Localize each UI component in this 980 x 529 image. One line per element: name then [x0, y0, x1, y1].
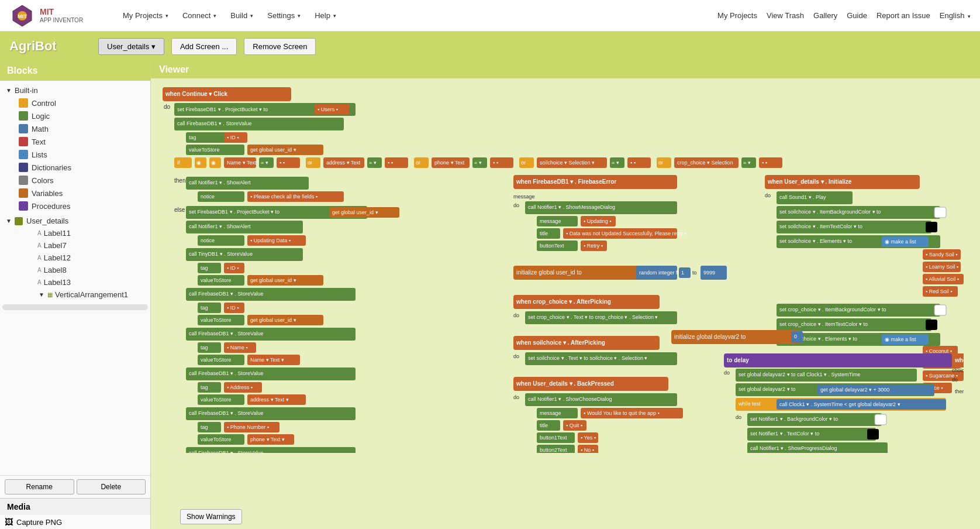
svg-text:valueToStore: valueToStore — [201, 437, 232, 442]
svg-text:▪ Retry ▪: ▪ Retry ▪ — [584, 243, 603, 249]
block-math[interactable]: Math — [14, 122, 150, 135]
nav-arrow: ▾ — [333, 13, 336, 19]
label-icon: A — [37, 267, 42, 273]
nav-help[interactable]: Help ▾ — [309, 8, 342, 23]
builtin-toggle[interactable]: ▼ Built-in — [0, 84, 150, 97]
svg-text:set  soilchoice ▾ . ItemTextCo: set soilchoice ▾ . ItemTextColor ▾ to — [779, 224, 862, 229]
nav-arrow: ▾ — [298, 13, 301, 19]
variables-icon — [19, 188, 28, 198]
expand-icon: ▼ — [5, 87, 13, 95]
block-colors[interactable]: Colors — [14, 174, 150, 187]
nav-connect[interactable]: Connect ▾ — [177, 8, 222, 23]
label13-item[interactable]: A Label13 — [14, 276, 150, 288]
arrangement-icon: ▦ — [47, 291, 53, 298]
svg-text:call  FirebaseDB1 ▾ . StoreVal: call FirebaseDB1 ▾ . StoreValue — [189, 410, 263, 416]
nav-my-projects[interactable]: My Projects ▾ — [117, 8, 174, 23]
label11-item[interactable]: A Label11 — [14, 227, 150, 239]
svg-text:when  Notifier1 ▾ . AfterChoos: when Notifier1 ▾ . AfterChoosing — [954, 357, 964, 363]
user-details-toggle[interactable]: ▼ User_details — [0, 215, 150, 227]
label7-item[interactable]: A Label7 — [14, 239, 150, 252]
svg-rect-230 — [926, 222, 937, 232]
svg-text:button2Text: button2Text — [540, 447, 567, 453]
remove-screen-button[interactable]: Remove Screen — [244, 38, 316, 55]
svg-text:set  Notifier1 ▾ . TextColor ▾: set Notifier1 ▾ . TextColor ▾ to — [750, 431, 819, 437]
block-variables[interactable]: Variables — [14, 187, 150, 200]
svg-text:1: 1 — [681, 270, 684, 276]
svg-text:do: do — [952, 377, 958, 383]
svg-text:message: message — [540, 218, 561, 224]
svg-text:▪ Updating ▪: ▪ Updating ▪ — [584, 218, 611, 224]
block-dictionaries[interactable]: Dictionaries — [14, 161, 150, 174]
capture-png-item[interactable]: 🖼 Capture PNG — [0, 515, 150, 529]
nav-arrow: ▾ — [165, 13, 168, 19]
nav-settings[interactable]: Settings ▾ — [261, 8, 306, 23]
expand-icon: ▼ — [37, 291, 46, 299]
expand-icon: ▼ — [5, 217, 13, 225]
svg-text:= ▾: = ▾ — [474, 160, 482, 166]
svg-text:phone ▾  Text: phone ▾ Text — [434, 160, 465, 166]
svg-text:call  FirebaseDB1 ▾ . StoreVal: call FirebaseDB1 ▾ . StoreValue — [189, 331, 263, 336]
svg-text:initialize global  delayvar2  : initialize global delayvar2 to — [674, 334, 746, 340]
nav-build[interactable]: Build ▾ — [225, 8, 259, 23]
svg-text:or: or — [658, 160, 663, 166]
block-text[interactable]: Text — [14, 135, 150, 148]
nav-right-gallery[interactable]: Gallery — [813, 11, 837, 20]
svg-text:▪   ▪: ▪ ▪ — [388, 160, 393, 166]
svg-text:do: do — [765, 193, 771, 198]
delete-button[interactable]: Delete — [77, 479, 146, 494]
svg-text:or: or — [521, 160, 526, 166]
user-details-section: ▼ User_details A Label11 A Label7 A — [0, 214, 150, 302]
builtin-children: Control Logic Math Text — [0, 97, 150, 212]
block-control[interactable]: Control — [14, 97, 150, 109]
scrollbar-horizontal[interactable] — [2, 304, 148, 310]
nav-right-my-projects[interactable]: My Projects — [717, 11, 757, 20]
svg-text:▪ Name ▪: ▪ Name ▪ — [227, 345, 247, 351]
viewer-header: Viewer — [151, 61, 980, 78]
svg-text:▪ Quit ▪: ▪ Quit ▪ — [566, 422, 582, 428]
svg-text:if: if — [177, 160, 180, 166]
svg-text:set  Notifier1 ▾ . BackgroundC: set Notifier1 ▾ . BackgroundColor ▾ to — [750, 416, 838, 422]
vertical-arrangement-item[interactable]: ▼ ▦ VerticalArrangement1 — [14, 288, 150, 301]
svg-text:initialize global  user_id  to: initialize global user_id to — [516, 269, 582, 276]
svg-text:tag: tag — [201, 305, 208, 311]
svg-text:call  Sound1 ▾ . Play: call Sound1 ▾ . Play — [779, 194, 826, 200]
svg-text:▪ Updating Data ▪: ▪ Updating Data ▪ — [250, 238, 291, 243]
control-icon — [19, 98, 28, 108]
svg-text:▪ Red Soil ▪: ▪ Red Soil ▪ — [926, 288, 952, 294]
block-lists[interactable]: Lists — [14, 148, 150, 161]
svg-text:call  Notifier1 ▾ . ShowAlert: call Notifier1 ▾ . ShowAlert — [189, 224, 251, 229]
text-icon — [19, 137, 28, 146]
nav-right-english[interactable]: English ▾ — [940, 11, 971, 20]
svg-text:▪ ID ▪: ▪ ID ▪ — [227, 305, 239, 311]
svg-text:valueToStore: valueToStore — [201, 277, 232, 283]
nav-right-guide[interactable]: Guide — [847, 11, 867, 20]
svg-text:set  global delayvar2 ▾  to: set global delayvar2 ▾ to — [739, 386, 796, 392]
svg-text:do: do — [513, 312, 519, 318]
block-logic[interactable]: Logic — [14, 109, 150, 122]
svg-text:when  Continue ▾  Click: when Continue ▾ Click — [165, 91, 228, 97]
nav-right-view-trash[interactable]: View Trash — [767, 11, 804, 20]
svg-text:0: 0 — [794, 334, 797, 339]
add-screen-button[interactable]: Add Screen ... — [171, 38, 237, 55]
svg-rect-284 — [867, 429, 879, 439]
show-warnings-button[interactable]: Show Warnings — [180, 509, 242, 524]
svg-text:▪ Coconut ▪: ▪ Coconut ▪ — [926, 348, 952, 354]
label12-item[interactable]: A Label12 — [14, 252, 150, 264]
show-warnings-label: Show Warnings — [187, 513, 236, 521]
svg-text:= ▾: = ▾ — [261, 160, 268, 166]
firebase-error-group: when FirebaseDB1 ▾ . FirebaseError messa… — [513, 175, 686, 251]
svg-text:tag: tag — [201, 384, 208, 390]
nav-right-report-issue[interactable]: Report an Issue — [877, 11, 930, 20]
label8-item[interactable]: A Label8 — [14, 264, 150, 276]
svg-text:when  soilchoice ▾ . AfterPick: when soilchoice ▾ . AfterPicking — [516, 339, 605, 346]
screen-selector-button[interactable]: User_details ▾ — [98, 38, 164, 55]
block-procedures[interactable]: Procedures — [14, 200, 150, 212]
svg-text:▪   ▪: ▪ ▪ — [279, 160, 285, 166]
svg-text:when  User_details ▾ . BackPre: when User_details ▾ . BackPressed — [516, 380, 614, 387]
viewer-canvas[interactable]: when Continue ▾ Click do set FirebaseDB1… — [151, 78, 980, 529]
svg-rect-281 — [875, 414, 886, 425]
svg-text:set  FirebaseDB1 ▾ . ProjectBu: set FirebaseDB1 ▾ . ProjectBucket ▾ to — [177, 107, 268, 112]
svg-text:set  FirebaseDB1 ▾ . ProjectBu: set FirebaseDB1 ▾ . ProjectBucket ▾ to — [189, 209, 279, 215]
rename-button[interactable]: Rename — [5, 479, 74, 494]
svg-text:tag: tag — [189, 135, 196, 140]
